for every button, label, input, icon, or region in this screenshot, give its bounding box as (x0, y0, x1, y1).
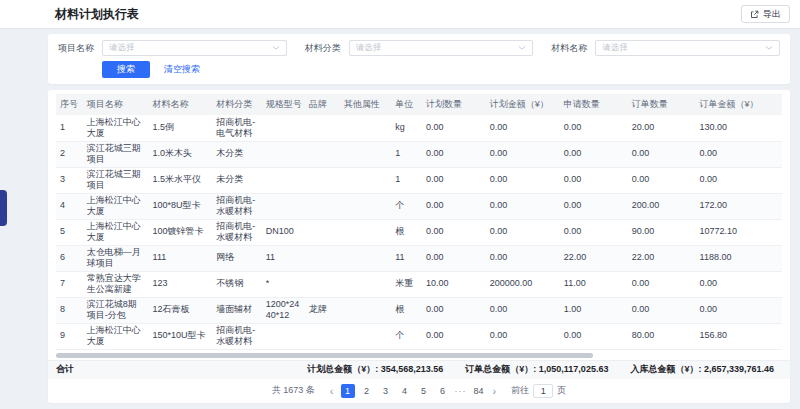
table-cell: 1.00 (560, 297, 628, 323)
table-panel: 序号项目名称材料名称材料分类规格型号品牌其他属性单位计划数量计划金额（¥）申请数… (48, 90, 790, 403)
header-cell: 计划数量 (422, 94, 486, 115)
summary-total-label: 订单总金额（¥）: (465, 364, 539, 374)
table-cell: 22.00 (560, 245, 628, 271)
table-cell: 0.00 (696, 141, 782, 167)
table-cell: 10.00 (422, 271, 486, 297)
table-cell: 0.00 (486, 167, 560, 193)
search-button[interactable]: 搜索 (102, 61, 150, 78)
table-cell (262, 167, 305, 193)
table-cell: 22.00 (628, 245, 696, 271)
table-cell: 0.00 (560, 323, 628, 349)
chevron-down-icon (765, 45, 773, 51)
table-cell: 木分类 (212, 141, 261, 167)
table-cell (340, 167, 391, 193)
table-cell (340, 219, 391, 245)
table-cell (305, 167, 340, 193)
select-placeholder: 请选择 (109, 42, 272, 54)
export-button[interactable]: 导出 (741, 5, 790, 23)
filter-select[interactable]: 请选择 (595, 40, 780, 56)
summary-total-label: 计划总金额（¥）: (307, 364, 381, 374)
table-cell: 0.00 (628, 271, 696, 297)
header-cell: 材料名称 (149, 94, 213, 115)
table-cell: 根 (391, 297, 422, 323)
table-row: 8滨江花城8期项目-分包12石膏板墙面辅材1200*2440*12龙牌根0.00… (56, 297, 782, 323)
page-button-5[interactable]: 5 (417, 384, 431, 398)
header-cell: 其他属性 (340, 94, 391, 115)
header-cell: 项目名称 (83, 94, 149, 115)
table-body: 1上海松江中心大厦1.5倒招商机电-电气材料kg0.000.000.0020.0… (56, 115, 782, 349)
table-cell: 11 (391, 245, 422, 271)
goto-page: 前往 页 (511, 384, 566, 398)
filter-label: 项目名称 (58, 42, 94, 55)
chevron-down-icon (518, 45, 526, 51)
table-cell (262, 141, 305, 167)
page-button-2[interactable]: 2 (360, 384, 374, 398)
summary-total-2: 入库总金额（¥）: 2,657,339,761.46 (630, 363, 774, 376)
table-cell: 0.00 (696, 297, 782, 323)
table-cell: 0.00 (696, 167, 782, 193)
table-cell: 0.00 (486, 219, 560, 245)
next-page-icon[interactable]: › (491, 384, 499, 398)
table-cell: 0.00 (560, 219, 628, 245)
table-cell (305, 219, 340, 245)
filter-select[interactable]: 请选择 (349, 40, 534, 56)
table-cell: 0.00 (422, 193, 486, 219)
last-page-button[interactable]: 84 (472, 384, 486, 398)
prev-page-icon[interactable]: ‹ (328, 384, 336, 398)
table-row: 5上海松江中心大厦100镀锌管卡招商机电-水暖材料DN100根0.000.000… (56, 219, 782, 245)
goto-page-input[interactable] (533, 384, 553, 398)
table-cell (305, 193, 340, 219)
table-cell: 0.00 (486, 115, 560, 141)
table-cell: 0.00 (628, 141, 696, 167)
table-cell: 1.5倒 (149, 115, 213, 141)
table-cell: 100镀锌管卡 (149, 219, 213, 245)
table-cell: 1.5米水平仪 (149, 167, 213, 193)
export-button-label: 导出 (763, 8, 781, 21)
horizontal-scrollbar-thumb[interactable] (56, 353, 593, 358)
table-cell: 123 (149, 271, 213, 297)
filter-field-0: 项目名称请选择 (58, 40, 287, 56)
table-cell: kg (391, 115, 422, 141)
table-cell: 上海松江中心大厦 (83, 193, 149, 219)
filter-actions: 搜索 清空搜索 (58, 61, 780, 78)
summary-total-value: 354,568,213.56 (381, 364, 444, 374)
page-button-4[interactable]: 4 (398, 384, 412, 398)
table-cell: 0.00 (422, 297, 486, 323)
table-cell: 0.00 (422, 323, 486, 349)
header-cell: 规格型号 (262, 94, 305, 115)
table-cell: 0.00 (422, 115, 486, 141)
summary-total-0: 计划总金额（¥）: 354,568,213.56 (307, 363, 443, 376)
sidebar-collapse-handle[interactable] (0, 190, 7, 226)
header-cell: 申请数量 (560, 94, 628, 115)
page-button-1[interactable]: 1 (341, 384, 355, 398)
table-cell: 上海松江中心大厦 (83, 115, 149, 141)
table-cell: 200000.00 (486, 271, 560, 297)
summary-total-value: 1,050,117,025.63 (539, 364, 609, 374)
table-cell: 网络 (212, 245, 261, 271)
table-cell: 9 (56, 323, 83, 349)
clear-search-link[interactable]: 清空搜索 (164, 63, 200, 76)
filter-select[interactable]: 请选择 (102, 40, 287, 56)
table-cell: 0.00 (628, 297, 696, 323)
table-row: 9上海松江中心大厦150*10U型卡招商机电-水暖材料个0.000.000.00… (56, 323, 782, 349)
table-cell: 156.80 (696, 323, 782, 349)
table-cell: DN100 (262, 219, 305, 245)
table-cell: 5 (56, 219, 83, 245)
table-cell (340, 141, 391, 167)
table-cell: 200.00 (628, 193, 696, 219)
page-button-3[interactable]: 3 (379, 384, 393, 398)
select-placeholder: 请选择 (356, 42, 519, 54)
table-cell (340, 115, 391, 141)
table-cell: 12石膏板 (149, 297, 213, 323)
page-title: 材料计划执行表 (55, 6, 139, 23)
export-icon (750, 10, 759, 19)
table-cell (262, 323, 305, 349)
page-button-6[interactable]: 6 (436, 384, 450, 398)
table-cell: 80.00 (628, 323, 696, 349)
table-cell: 招商机电-水暖材料 (212, 219, 261, 245)
table-cell (305, 323, 340, 349)
summary-total-value: 2,657,339,761.46 (704, 364, 774, 374)
summary-total-label: 入库总金额（¥）: (630, 364, 704, 374)
pagination-total: 共 1673 条 (272, 384, 315, 397)
table-cell: 90.00 (628, 219, 696, 245)
